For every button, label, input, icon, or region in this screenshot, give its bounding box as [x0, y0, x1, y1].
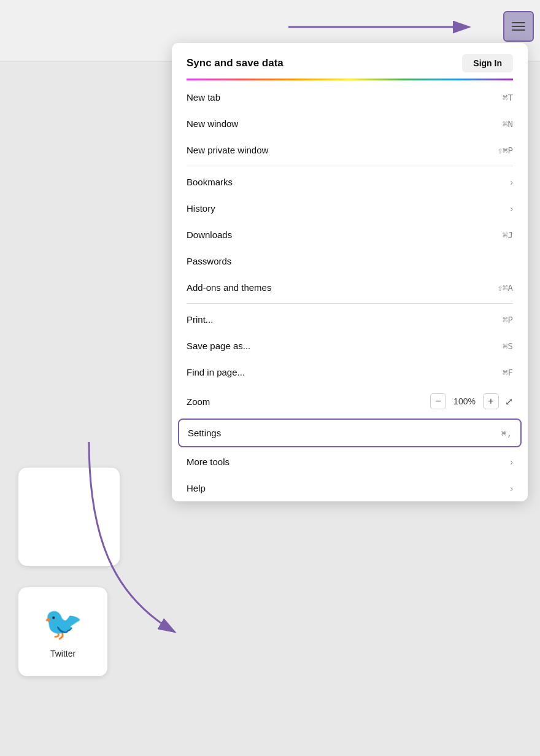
chevron-right-icon: › — [510, 457, 513, 467]
sync-header: Sync and save data Sign In — [172, 43, 528, 79]
twitter-bird-icon: 🐦 — [43, 605, 83, 642]
menu-item-label: New private window — [187, 145, 268, 155]
rainbow-divider — [187, 79, 513, 80]
menu-item-save-page[interactable]: Save page as... ⌘S — [172, 333, 528, 359]
menu-item-label: Bookmarks — [187, 177, 233, 187]
menu-item-label: New tab — [187, 92, 220, 102]
menu-item-print[interactable]: Print... ⌘P — [172, 306, 528, 333]
menu-item-new-tab[interactable]: New tab ⌘T — [172, 84, 528, 110]
zoom-controls: − 100% + ⤢ — [430, 393, 513, 409]
menu-item-label: New window — [187, 118, 238, 129]
menu-item-zoom: Zoom − 100% + ⤢ — [172, 385, 528, 417]
chevron-right-icon: › — [510, 484, 513, 493]
shortcut-save-page: ⌘S — [503, 341, 513, 351]
menu-item-new-window[interactable]: New window ⌘N — [172, 110, 528, 137]
twitter-shortcut-card[interactable]: 🐦 Twitter — [18, 587, 107, 676]
menu-item-label: Find in page... — [187, 367, 245, 377]
shortcut-downloads: ⌘J — [503, 230, 513, 240]
shortcut-new-tab: ⌘T — [503, 93, 513, 102]
zoom-decrease-button[interactable]: − — [430, 393, 446, 409]
menu-item-label: Help — [187, 483, 206, 493]
menu-item-label: Print... — [187, 314, 213, 325]
menu-button[interactable] — [503, 11, 534, 42]
browser-menu-dropdown: Sync and save data Sign In New tab ⌘T Ne… — [172, 43, 528, 501]
shortcut-new-private-window: ⇧⌘P — [498, 145, 513, 155]
background-card — [18, 468, 120, 566]
twitter-card-label: Twitter — [50, 649, 75, 658]
shortcut-new-window: ⌘N — [503, 119, 513, 129]
menu-item-label: Save page as... — [187, 341, 250, 351]
menu-item-label: More tools — [187, 457, 230, 467]
zoom-value-display: 100% — [452, 396, 477, 406]
fullscreen-icon[interactable]: ⤢ — [505, 396, 513, 407]
menu-item-label: Zoom — [187, 396, 210, 407]
shortcut-find-in-page: ⌘F — [503, 368, 513, 377]
zoom-increase-button[interactable]: + — [483, 393, 499, 409]
menu-item-downloads[interactable]: Downloads ⌘J — [172, 222, 528, 248]
shortcut-addons: ⇧⌘A — [498, 283, 513, 293]
hamburger-icon — [512, 22, 525, 31]
chevron-right-icon: › — [510, 204, 513, 214]
shortcut-settings: ⌘, — [501, 428, 512, 438]
menu-item-more-tools[interactable]: More tools › — [172, 449, 528, 475]
shortcut-print: ⌘P — [503, 315, 513, 325]
menu-item-label: Passwords — [187, 256, 231, 266]
sync-title: Sync and save data — [187, 57, 284, 69]
menu-item-label: Settings — [188, 428, 221, 438]
menu-item-help[interactable]: Help › — [172, 475, 528, 501]
menu-item-label: Downloads — [187, 230, 232, 240]
menu-item-passwords[interactable]: Passwords — [172, 248, 528, 274]
menu-item-find-in-page[interactable]: Find in page... ⌘F — [172, 359, 528, 385]
section-divider-2 — [187, 303, 513, 304]
chevron-right-icon: › — [510, 177, 513, 187]
menu-item-bookmarks[interactable]: Bookmarks › — [172, 169, 528, 195]
menu-item-new-private-window[interactable]: New private window ⇧⌘P — [172, 137, 528, 163]
menu-item-history[interactable]: History › — [172, 195, 528, 222]
sign-in-button[interactable]: Sign In — [462, 54, 513, 72]
section-divider-1 — [187, 166, 513, 166]
menu-item-label: Add-ons and themes — [187, 282, 271, 293]
menu-item-settings[interactable]: Settings ⌘, — [178, 418, 522, 447]
menu-item-addons[interactable]: Add-ons and themes ⇧⌘A — [172, 274, 528, 301]
menu-item-label: History — [187, 203, 215, 214]
